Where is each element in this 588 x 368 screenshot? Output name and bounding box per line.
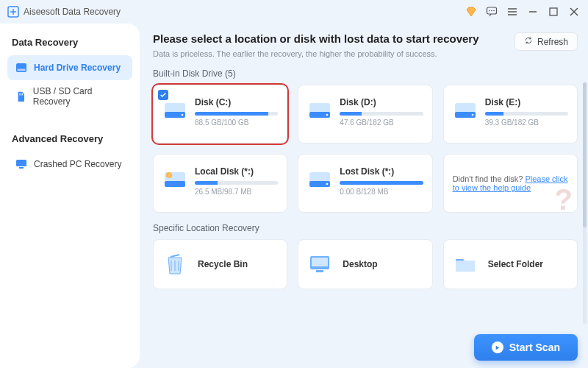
drive-name: Disk (D:)	[340, 97, 423, 107]
hard-drive-icon	[15, 61, 28, 74]
location-select-folder[interactable]: Select Folder	[443, 239, 578, 289]
scan-button-label: Start Scan	[509, 342, 560, 353]
svg-rect-10	[22, 93, 23, 95]
builtin-section-label: Built-in Disk Drive (5)	[153, 68, 578, 79]
page-heading: Please select a location or disk with lo…	[153, 32, 506, 45]
drive-name: Disk (C:)	[195, 97, 278, 107]
location-cards-row: Recycle Bin Desktop Select Folder	[153, 239, 578, 289]
sidebar-item-crashed-pc-recovery[interactable]: Crashed PC Recovery	[7, 152, 132, 177]
drive-name: Lost Disk (*:)	[340, 166, 423, 177]
svg-rect-30	[312, 258, 328, 266]
hint-text: Didn't find the disk?	[453, 174, 526, 183]
drive-usage: 26.5 MB/98.7 MB	[195, 188, 278, 196]
drive-cards-row-2: ! Local Disk (*:) 26.5 MB/98.7 MB Lost D…	[153, 154, 578, 213]
drive-card-c[interactable]: Disk (C:) 88.5 GB/100 GB	[153, 85, 287, 144]
sidebar-item-label: Crashed PC Recovery	[34, 159, 121, 169]
title-actions	[465, 5, 581, 18]
scrollbar[interactable]	[583, 82, 587, 324]
disk-drive-icon	[162, 99, 187, 124]
sidebar: Data Recovery Hard Drive Recovery USB / …	[0, 24, 140, 368]
menu-icon[interactable]	[506, 5, 519, 18]
scrollbar-thumb[interactable]	[583, 82, 587, 227]
location-label: Select Folder	[488, 259, 543, 269]
svg-point-3	[491, 10, 492, 12]
svg-point-15	[182, 114, 184, 116]
close-button[interactable]	[567, 5, 581, 18]
folder-icon	[451, 250, 479, 278]
svg-rect-9	[21, 93, 21, 95]
disk-drive-warn-icon: !	[162, 168, 187, 193]
svg-point-18	[326, 114, 329, 116]
desktop-icon	[306, 250, 334, 278]
svg-rect-23	[165, 181, 185, 187]
sidebar-section-title: Advanced Recovery	[12, 133, 128, 144]
location-recycle-bin[interactable]: Recycle Bin	[153, 239, 287, 289]
app-logo-icon	[7, 6, 19, 18]
page-subheading: Data is priceless. The earlier the recov…	[153, 49, 506, 58]
main-panel: Please select a location or disk with lo…	[140, 24, 588, 368]
disk-drive-icon	[453, 99, 478, 124]
location-label: Recycle Bin	[198, 259, 248, 269]
drive-card-d[interactable]: Disk (D:) 47.6 GB/182 GB	[298, 85, 432, 144]
sidebar-item-label: Hard Drive Recovery	[34, 63, 121, 73]
svg-rect-31	[316, 270, 323, 272]
disk-drive-icon	[307, 99, 332, 124]
svg-point-21	[471, 114, 473, 116]
vip-diamond-icon[interactable]	[465, 5, 478, 18]
svg-rect-7	[18, 69, 26, 71]
app-title: Aiseesoft Data Recovery	[24, 7, 121, 17]
drive-cards-row: Disk (C:) 88.5 GB/100 GB Disk (D:) 47.6 …	[153, 85, 578, 144]
drive-usage: 47.6 GB/182 GB	[340, 118, 423, 127]
svg-point-28	[326, 183, 329, 185]
svg-point-2	[489, 10, 490, 12]
question-mark-icon: ?	[555, 183, 573, 213]
sidebar-item-label: USB / SD Card Recovery	[33, 86, 125, 107]
refresh-label: Refresh	[537, 37, 568, 47]
drive-name: Disk (E:)	[485, 97, 568, 107]
recycle-bin-icon	[161, 250, 189, 278]
feedback-icon[interactable]	[485, 5, 498, 18]
drive-usage: 88.5 GB/100 GB	[195, 118, 278, 127]
scan-play-icon	[492, 342, 503, 353]
sd-card-icon	[15, 90, 27, 103]
maximize-button[interactable]	[547, 5, 560, 18]
svg-point-4	[493, 10, 495, 12]
start-scan-button[interactable]: Start Scan	[474, 334, 578, 361]
sidebar-item-usb-sd-recovery[interactable]: USB / SD Card Recovery	[7, 80, 132, 113]
svg-rect-12	[19, 167, 24, 169]
disk-drive-icon	[307, 168, 332, 193]
drive-card-local[interactable]: ! Local Disk (*:) 26.5 MB/98.7 MB	[153, 154, 287, 213]
help-hint-card: Didn't find the disk? Please click to vi…	[443, 154, 578, 213]
drive-name: Local Disk (*:)	[195, 166, 278, 177]
svg-rect-5	[550, 8, 557, 15]
drive-card-e[interactable]: Disk (E:) 39.3 GB/182 GB	[443, 85, 578, 144]
sidebar-section-title: Data Recovery	[12, 37, 128, 48]
sidebar-item-hard-drive-recovery[interactable]: Hard Drive Recovery	[7, 55, 132, 80]
monitor-icon	[15, 158, 28, 171]
minimize-button[interactable]	[526, 5, 539, 18]
drive-usage: 0.00 B/128 MB	[340, 188, 423, 196]
drive-card-lost[interactable]: Lost Disk (*:) 0.00 B/128 MB	[298, 154, 432, 213]
titlebar: Aiseesoft Data Recovery	[0, 0, 588, 24]
refresh-button[interactable]: Refresh	[514, 32, 578, 51]
location-desktop[interactable]: Desktop	[298, 239, 432, 289]
specific-section-label: Specific Location Recovery	[153, 223, 578, 233]
svg-rect-11	[16, 160, 26, 166]
selected-check-icon	[158, 90, 168, 100]
drive-usage: 39.3 GB/182 GB	[485, 118, 568, 127]
refresh-icon	[524, 36, 533, 47]
svg-rect-8	[20, 93, 21, 95]
location-label: Desktop	[343, 259, 377, 269]
